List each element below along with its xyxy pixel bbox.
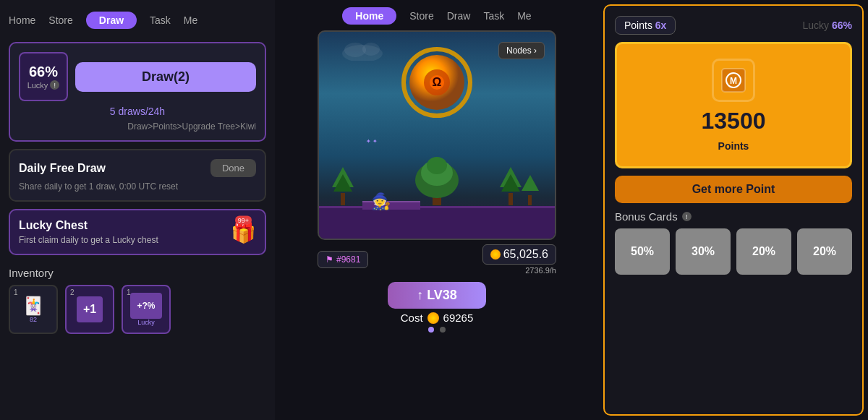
inv-icon-0: 🃏	[22, 296, 44, 316]
points-card-icon: M	[712, 59, 755, 102]
get-more-button[interactable]: Get more Point	[615, 176, 852, 203]
cost-value: 69265	[443, 312, 474, 324]
bonus-info-icon[interactable]: !	[682, 212, 692, 221]
lucky-label-right: Lucky	[803, 20, 830, 31]
player-id: #9681	[336, 254, 360, 265]
chest-icon: 🎁 99+	[231, 220, 256, 244]
chest-badge: 99+	[235, 216, 252, 225]
carousel-dots	[428, 324, 446, 335]
inv-label-2: Lucky	[137, 319, 155, 326]
bonus-card-3[interactable]: 20%	[797, 228, 852, 275]
svg-text:M: M	[730, 76, 737, 86]
svg-rect-8	[341, 193, 345, 205]
bonus-section: Bonus Cards ! 50% 30% 20% 20%	[615, 210, 852, 275]
done-button[interactable]: Done	[210, 159, 256, 177]
coin-rate: 2736.9/h	[525, 266, 556, 275]
card-plus-icon: +1	[77, 296, 103, 322]
scene-ground	[319, 206, 555, 239]
draws-per-day: 5 draws/24h	[19, 106, 256, 117]
cost-row: Cost 69265	[401, 312, 474, 324]
bonus-card-0[interactable]: 50%	[615, 228, 670, 275]
right-header: Points 6x Lucky 66%	[615, 16, 852, 35]
dot-1[interactable]	[440, 327, 446, 333]
cloud-left	[341, 39, 384, 64]
lucky-chest-box[interactable]: Lucky Chest First claim daily to get a L…	[9, 209, 266, 255]
points-card: M 13500 Points	[615, 42, 852, 168]
daily-free-desc: Share daily to get 1 draw, 0:00 UTC rese…	[19, 181, 256, 192]
bonus-card-2[interactable]: 20%	[736, 228, 791, 275]
level-up-button[interactable]: ↑ LV38	[388, 282, 486, 309]
inventory-title: Inventory	[9, 267, 266, 279]
tree-right	[500, 166, 522, 208]
lucky-info-icon[interactable]: !	[50, 80, 59, 90]
inv-count-0: 1	[14, 288, 18, 296]
lucky-percentage: 66%	[29, 64, 58, 80]
lucky-percentage-right: Lucky 66%	[803, 20, 853, 31]
left-nav: Home Store Draw Task Me	[9, 9, 266, 35]
scene-info-bar: ⚑ #9681 65,025.6 2736.9/h	[318, 240, 556, 279]
left-nav-task[interactable]: Task	[150, 14, 171, 26]
svg-point-2	[362, 43, 380, 56]
game-scene: Ω 🧙 Nodes ›	[318, 30, 556, 240]
coin-value: 65,025.6	[503, 248, 548, 261]
points-multiplier: 6x	[655, 20, 667, 31]
lucky-pct-value: 66%	[832, 20, 852, 31]
tree-left	[332, 166, 354, 208]
inv-label-0: 82	[30, 316, 37, 323]
card-lucky-icon: +?%	[130, 293, 162, 319]
center-tree	[408, 140, 466, 208]
lucky-chest-title: Lucky Chest	[19, 219, 256, 232]
nodes-button[interactable]: Nodes ›	[498, 42, 545, 59]
inventory-section: Inventory 1 🃏 82 2 +1 1 +?% Lucky	[9, 262, 266, 334]
mid-panel: Home Store Draw Task Me	[275, 0, 599, 420]
left-nav-me[interactable]: Me	[184, 14, 197, 26]
right-panel: Points 6x Lucky 66% M 13500 Points Get m…	[603, 4, 864, 416]
game-character: 🧙	[371, 192, 391, 211]
player-tag: ⚑ #9681	[318, 251, 368, 268]
left-panel: Home Store Draw Task Me 66% Lucky ! Draw…	[0, 0, 275, 420]
svg-text:Ω: Ω	[433, 76, 442, 88]
mid-nav: Home Store Draw Task Me	[342, 7, 531, 30]
lucky-badge: 66% Lucky !	[19, 52, 68, 101]
svg-marker-15	[522, 175, 539, 191]
draw-box: 66% Lucky ! Draw(2) 5 draws/24h Draw>Poi…	[9, 42, 266, 142]
points-sublabel: Points	[718, 140, 749, 152]
points-label: Points	[624, 20, 652, 31]
sparkle-left: ✦ ✦	[366, 138, 378, 145]
dot-0[interactable]	[428, 327, 434, 333]
svg-point-19	[427, 157, 447, 174]
inventory-items: 1 🃏 82 2 +1 1 +?% Lucky	[9, 285, 266, 334]
mid-nav-home[interactable]: Home	[342, 7, 396, 25]
left-nav-draw[interactable]: Draw	[86, 12, 137, 29]
bonus-cards: 50% 30% 20% 20%	[615, 228, 852, 275]
points-value: 13500	[702, 108, 766, 134]
coin-icon	[490, 249, 501, 260]
mid-nav-store[interactable]: Store	[409, 10, 433, 22]
bonus-card-1[interactable]: 30%	[676, 228, 731, 275]
cost-coin-icon	[427, 312, 439, 324]
points-badge: Points 6x	[615, 16, 676, 35]
svg-rect-11	[509, 193, 513, 205]
bonus-title: Bonus Cards !	[615, 210, 852, 223]
cost-label: Cost	[401, 312, 423, 324]
inventory-item-1[interactable]: 2 +1	[65, 285, 114, 334]
inv-count-1: 2	[70, 288, 75, 296]
portal-orb: Ω	[401, 46, 473, 121]
draw-button[interactable]: Draw(2)	[75, 62, 256, 92]
left-nav-store[interactable]: Store	[48, 14, 72, 26]
inventory-item-0[interactable]: 1 🃏 82	[9, 285, 58, 334]
lucky-chest-desc: First claim daily to get a Lucky chest	[19, 235, 256, 245]
daily-free-box: Daily Free Draw Done Share daily to get …	[9, 149, 266, 202]
tree-right2	[522, 175, 539, 208]
daily-free-title: Daily Free Draw	[19, 162, 106, 175]
svg-rect-14	[528, 195, 532, 205]
left-nav-home[interactable]: Home	[9, 14, 35, 26]
draw-path: Draw>Points>Upgrade Tree>Kiwi	[19, 121, 256, 132]
mid-nav-draw[interactable]: Draw	[447, 10, 471, 22]
mid-nav-task[interactable]: Task	[483, 10, 504, 22]
lucky-label: Lucky !	[27, 80, 60, 90]
inventory-item-2[interactable]: 1 +?% Lucky	[122, 285, 171, 334]
inv-count-2: 1	[127, 288, 131, 296]
mid-nav-me[interactable]: Me	[517, 10, 531, 22]
coin-amount: 65,025.6	[482, 244, 556, 265]
